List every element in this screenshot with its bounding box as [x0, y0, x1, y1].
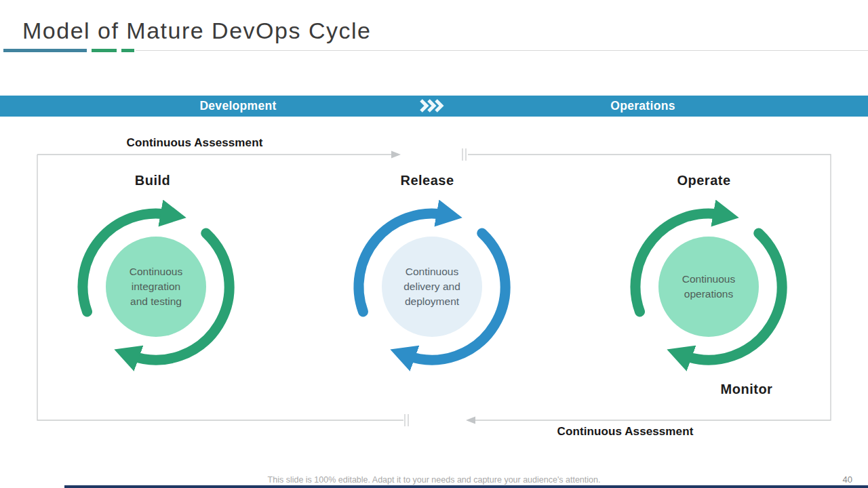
triple-chevron-right-icon — [419, 99, 449, 113]
bottom-border-break-ticks — [405, 414, 408, 426]
continuous-assessment-top-label: Continuous Assessment — [106, 136, 283, 150]
page-title: Model of Mature DevOps Cycle — [22, 18, 371, 44]
top-border-arrow-right-icon — [391, 151, 401, 159]
footer-bar — [64, 485, 868, 488]
cycle-center-text-integration: Continuous integration and testing — [105, 264, 207, 309]
title-hairline — [136, 50, 868, 51]
banner-label-operations: Operations — [568, 99, 717, 113]
slide: Model of Mature DevOps Cycle Development… — [0, 0, 868, 488]
top-border-break-ticks — [462, 148, 466, 161]
continuous-assessment-bottom-label: Continuous Assessment — [537, 425, 713, 439]
cycle-center-text-operations: Continuous operations — [658, 272, 760, 302]
cycle-center-text-delivery: Continuous delivery and deployment — [381, 264, 483, 309]
title-underline-teal-segment — [3, 49, 87, 52]
title-underline-green-dash-1 — [92, 49, 117, 52]
footer-note: This slide is 100% editable. Adapt it to… — [0, 475, 868, 485]
page-number: 40 — [843, 474, 852, 485]
title-underline-green-dash-2 — [121, 49, 134, 52]
bottom-border-arrow-left-icon — [466, 417, 475, 424]
banner-label-development: Development — [163, 99, 313, 113]
